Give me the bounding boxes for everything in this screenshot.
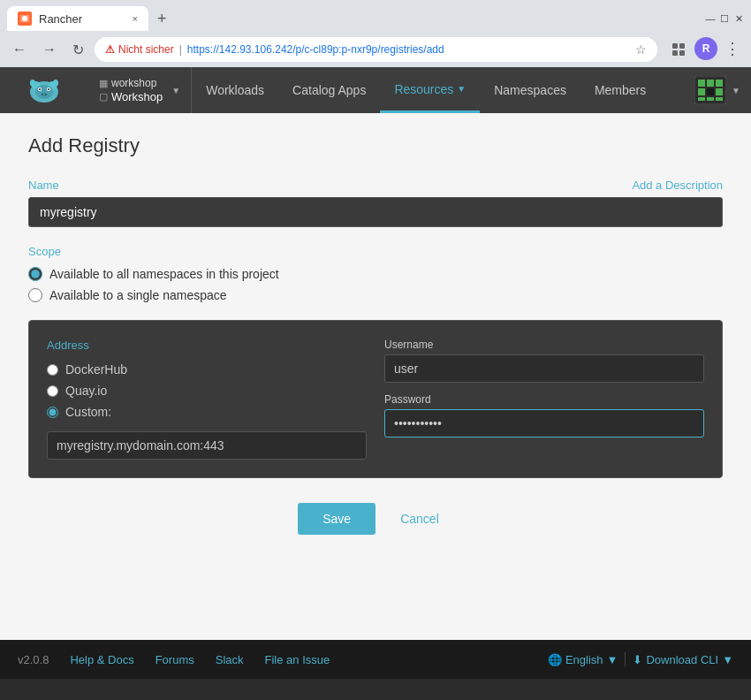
minimize-btn[interactable]: — [705,13,716,24]
toolbar-icons: R ⋮ [666,37,744,62]
address-dockerhub[interactable]: DockerHub [47,362,367,377]
svg-point-18 [42,94,43,95]
workspace-name: workshop [111,77,156,89]
scope-single-radio[interactable] [28,288,42,302]
separator: | [179,43,182,56]
svg-rect-2 [672,43,678,49]
logo-area [0,67,88,113]
svg-rect-24 [698,88,705,95]
browser-menu-btn[interactable]: ⋮ [721,37,744,62]
footer: v2.0.8 Help & Docs Forums Slack File an … [0,640,751,679]
project-name: Workshop [111,90,163,103]
profile-btn[interactable]: R [694,37,717,60]
username-input[interactable] [384,354,704,383]
security-warning: ⚠ Nicht sicher [105,43,174,56]
tab-close-btn[interactable]: × [133,13,138,24]
project-name-row: ▢ Workshop [99,90,163,103]
project-info: ▦ workshop ▢ Workshop [99,77,163,103]
scope-single-label: Available to a single namespace [49,288,227,302]
custom-label: Custom: [65,405,111,419]
new-tab-btn[interactable]: + [152,10,172,28]
svg-point-16 [48,88,49,90]
svg-rect-29 [716,97,723,101]
name-section: Name Add a Description [28,179,723,227]
rancher-icon-area: ▼ [684,69,751,111]
project-workspace-row: ▦ workshop [99,77,163,89]
svg-rect-28 [707,97,714,101]
svg-rect-25 [707,88,714,95]
save-button[interactable]: Save [298,503,376,535]
nav-workloads[interactable]: Workloads [192,67,278,113]
security-text: Nicht sicher [118,43,174,56]
registry-grid: Address DockerHub Quay.io Custom: [47,339,704,460]
custom-radio[interactable] [47,407,58,418]
address-custom[interactable]: Custom: [47,405,367,419]
project-selector[interactable]: ▦ workshop ▢ Workshop ▼ [88,67,192,113]
credentials-col: Username Password [384,339,704,460]
scope-single-namespace[interactable]: Available to a single namespace [28,288,723,302]
footer-language[interactable]: 🌐 English ▼ [548,653,618,666]
scope-label: Scope [28,245,723,258]
address-bar-row: ← → ↻ ⚠ Nicht sicher | https://142.93.10… [0,32,751,67]
nav-catalog-apps[interactable]: Catalog Apps [278,67,380,113]
password-input[interactable] [384,409,704,438]
quayio-radio[interactable] [47,385,58,397]
top-nav: ▦ workshop ▢ Workshop ▼ Workloads Catalo… [0,67,751,113]
page-content: Add Registry Name Add a Description Scop… [0,113,751,640]
footer-version: v2.0.8 [18,653,49,666]
footer-forums[interactable]: Forums [156,653,194,666]
svg-rect-21 [698,80,705,87]
main-nav: Workloads Catalog Apps Resources ▼ Names… [192,67,684,113]
rancher-dropdown-chevron-icon: ▼ [732,86,740,95]
footer-help-docs[interactable]: Help & Docs [70,653,133,666]
name-label: Name [28,179,59,192]
close-btn[interactable]: ✕ [733,13,744,24]
action-row: Save Cancel [28,503,723,535]
svg-rect-26 [716,88,723,95]
address-bar[interactable]: ⚠ Nicht sicher | https://142.93.106.242/… [95,37,657,62]
custom-address-input[interactable] [47,431,367,460]
address-url[interactable]: https://142.93.106.242/p/c-cl89p:p-nxr9p… [187,43,444,56]
footer-file-issue[interactable]: File an Issue [265,653,330,666]
rancher-small-icon [694,76,726,104]
star-icon[interactable]: ☆ [635,42,647,57]
footer-download[interactable]: ⬇ Download CLI ▼ [633,653,733,666]
back-btn[interactable]: ← [7,40,32,59]
download-label: Download CLI [646,653,718,666]
svg-rect-22 [707,80,714,87]
language-label: English [565,653,603,666]
refresh-btn[interactable]: ↻ [67,40,89,60]
language-chevron-icon: ▼ [607,653,618,666]
svg-rect-3 [679,43,685,49]
password-label: Password [384,393,704,406]
scope-all-label: Available to all namespaces in this proj… [49,267,279,281]
scope-all-radio[interactable] [28,267,42,281]
svg-point-19 [45,94,47,95]
footer-slack[interactable]: Slack [216,653,244,666]
add-description-link[interactable]: Add a Description [632,179,723,192]
name-input[interactable] [28,197,723,227]
svg-point-12 [53,80,58,87]
address-quayio[interactable]: Quay.io [47,384,367,398]
svg-rect-27 [698,97,705,101]
globe-icon: 🌐 [548,653,562,666]
download-icon: ⬇ [633,653,642,666]
rancher-icon-btn[interactable]: ▼ [684,69,751,111]
project-icon: ▢ [99,91,108,103]
nav-resources[interactable]: Resources ▼ [380,67,480,113]
forward-btn[interactable]: → [37,40,62,59]
svg-point-1 [22,16,27,21]
extensions-icon[interactable] [666,37,691,62]
maximize-btn[interactable]: ☐ [719,13,730,24]
nav-resources-label: Resources [394,82,453,96]
tab-favicon [18,11,32,26]
nav-members[interactable]: Members [580,67,660,113]
svg-rect-5 [679,50,685,56]
browser-chrome: Rancher × + — ☐ ✕ ← → ↻ ⚠ Nicht sicher |… [0,0,751,67]
browser-tab[interactable]: Rancher × [7,6,148,31]
cancel-button[interactable]: Cancel [386,503,453,535]
page-title: Add Registry [28,134,723,157]
dockerhub-radio[interactable] [47,364,58,376]
nav-namespaces[interactable]: Namespaces [480,67,580,113]
scope-all-namespaces[interactable]: Available to all namespaces in this proj… [28,267,723,281]
